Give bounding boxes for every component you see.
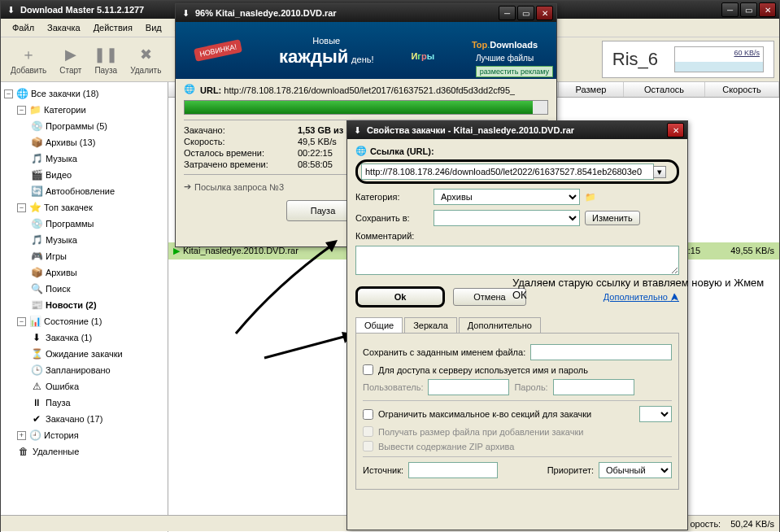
more-link[interactable]: Дополнительно ⮝ [604,292,679,302]
collapse-icon[interactable]: − [4,89,13,98]
tree-autoupdate[interactable]: 🔄Автообновление [28,184,166,198]
tree-waiting[interactable]: ⏳Ожидание закачки [28,347,166,361]
tree-done[interactable]: ✔Закачано (17) [28,412,166,426]
plus-icon: ＋ [19,45,38,64]
program-icon: 💿 [30,120,43,133]
banner-title: Ris_6 [612,49,658,70]
tab-mirrors[interactable]: Зеркала [404,317,457,333]
tab-panel: Сохранить с заданным именем файла: Для д… [355,334,679,490]
tree-status[interactable]: −📊Состояние (1) [15,314,166,329]
ad-igry: Игры [411,36,434,66]
app-icon: ⬇ [179,7,192,20]
tree-top-programs[interactable]: 💿Программы [28,216,166,231]
tabs: Общие Зеркала Дополнительно [355,317,679,334]
tree-top-archives[interactable]: 📦Архивы [28,265,166,280]
tree-top-search[interactable]: 🔍Поиск [28,281,166,296]
maxsec-select[interactable] [639,406,672,422]
music-icon: 🎵 [30,233,43,246]
menu-actions[interactable]: Действия [87,20,139,35]
tree-error[interactable]: ⚠Ошибка [28,379,166,394]
tree-history[interactable]: +🕘История [15,428,166,443]
folder-icon[interactable]: 📁 [585,192,596,203]
saveto-label: Сохранить в: [355,213,429,223]
program-icon: 💿 [30,217,43,230]
game-icon: 🎮 [30,250,43,263]
tree-deleted[interactable]: 🗑Удаленные [15,444,166,459]
tree-pause[interactable]: ⏸Пауза [28,395,166,410]
history-icon: 🕘 [28,429,41,442]
close-button[interactable]: ✕ [759,2,776,17]
tree-music[interactable]: 🎵Музыка [28,151,166,166]
app-icon: ⬇ [351,124,364,137]
props-title: Свойства закачки - Kitai_nasledye.2010.D… [367,125,667,135]
change-button[interactable]: Изменить [585,211,640,225]
delete-button[interactable]: ✖Удалить [125,43,166,76]
tree-video[interactable]: 🎬Видео [28,168,166,182]
minimize-button[interactable]: ─ [499,6,516,20]
url-line: 🌐 URL: http://78.108.178.216/download50/… [184,84,548,97]
source-input[interactable] [408,462,498,478]
star-icon: ⭐ [28,201,41,214]
comment-input[interactable] [355,246,679,275]
speed-banner: Ris_6 60 KB/s [602,41,774,78]
col-left[interactable]: Осталось [624,82,705,97]
priority-select[interactable]: Обычный [599,462,672,478]
menu-file[interactable]: Файл [6,20,41,35]
saveas-input[interactable] [530,344,672,360]
tree-top-music[interactable]: 🎵Музыка [28,233,166,247]
tree-planned[interactable]: 🕒Запланировано [28,363,166,377]
dropdown-button[interactable]: ▾ [653,166,666,178]
pause-button[interactable]: ❚❚Пауза [89,43,122,76]
category-tree: −🌐Все закачки (18) −📁Категории 💿Программ… [1,82,168,532]
tree-archives[interactable]: 📦Архивы (13) [28,135,166,150]
col-speed[interactable]: Скорость [705,82,779,97]
tab-advanced[interactable]: Дополнительно [459,317,541,333]
category-select[interactable]: Архивы [434,189,580,205]
showzip-checkbox [363,441,373,451]
ad-banner[interactable]: НОВИНКА! Новыекаждый день! Игры Top.Down… [176,22,556,79]
speed-graph[interactable]: 60 KB/s [674,46,764,72]
tree-top-games[interactable]: 🎮Игры [28,249,166,264]
collapse-icon[interactable]: − [17,203,26,212]
tree-top[interactable]: −⭐Топ закачек [15,200,166,215]
col-size[interactable]: Размер [559,82,624,97]
close-button[interactable]: ✕ [536,6,553,20]
video-icon: 🎬 [30,168,43,181]
folder-icon: 📁 [28,103,41,116]
maximize-button[interactable]: ▭ [517,6,534,20]
maxsec-checkbox[interactable] [363,409,373,420]
saveto-select[interactable] [434,210,580,226]
progress-titlebar[interactable]: ⬇ 96% Kitai_nasledye.2010.DVD.rar ─ ▭ ✕ [176,4,556,22]
error-icon: ⚠ [30,380,43,393]
news-icon: 📰 [30,299,43,312]
menu-download[interactable]: Закачка [41,20,87,35]
trash-icon: 🗑 [17,445,30,458]
ad-link[interactable]: разместить рекламу [476,66,553,77]
menu-view[interactable]: Вид [139,20,168,35]
collapse-icon[interactable]: − [17,106,26,115]
maximize-button[interactable]: ▭ [740,2,757,17]
cancel-button[interactable]: Отмена [453,288,526,306]
tree-categories[interactable]: −📁Категории [15,102,166,117]
url-input[interactable] [361,164,654,180]
tree-all[interactable]: −🌐Все закачки (18) [2,86,166,101]
url-input-box: ▾ [355,159,679,184]
pass-input [553,379,634,395]
expand-icon[interactable]: + [17,431,26,440]
collapse-icon[interactable]: − [17,317,26,326]
props-titlebar[interactable]: ⬇ Свойства закачки - Kitai_nasledye.2010… [347,121,687,139]
ad-text: Новыекаждый день! [279,33,373,68]
archive-icon: 📦 [30,266,43,279]
tree-downloading[interactable]: ⬇Закачка (1) [28,330,166,345]
minimize-button[interactable]: ─ [721,2,739,17]
ok-button[interactable]: Ok [355,286,445,307]
chevron-up-icon: ⮝ [670,292,679,302]
start-button[interactable]: ▶Старт [54,43,86,76]
tab-general[interactable]: Общие [355,317,403,333]
progress-title: 96% Kitai_nasledye.2010.DVD.rar [195,8,499,18]
auth-checkbox[interactable] [363,364,373,375]
tree-programs[interactable]: 💿Программы (5) [28,119,166,133]
add-button[interactable]: ＋Добавить [6,43,51,76]
close-button[interactable]: ✕ [667,123,684,137]
tree-top-news[interactable]: 📰Новости (2) [28,298,166,312]
